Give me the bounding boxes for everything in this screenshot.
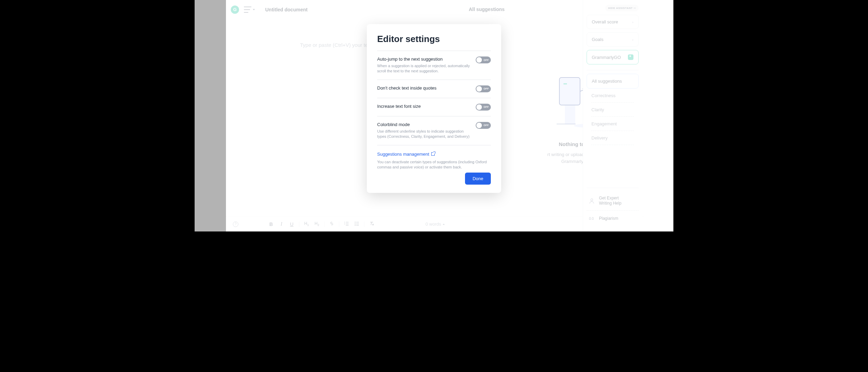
- sugg-mgmt-text: Suggestions management: [377, 152, 429, 157]
- app-frame: G Untitled document All suggestions Type…: [195, 0, 673, 231]
- colorblind-toggle[interactable]: OFF: [476, 122, 491, 129]
- setting-fontsize: Increase text font size OFF: [377, 98, 491, 116]
- colorblind-desc: Use different underline styles to indica…: [377, 129, 471, 140]
- setting-colorblind: Colorblind mode Use different underline …: [377, 116, 491, 145]
- quotes-toggle[interactable]: OFF: [476, 85, 491, 92]
- autojump-toggle[interactable]: OFF: [476, 56, 491, 63]
- autojump-label: Auto-jump to the next suggestion: [377, 56, 471, 62]
- setting-autojump: Auto-jump to the next suggestion When a …: [377, 51, 491, 80]
- done-button[interactable]: Done: [465, 173, 491, 185]
- toggle-state: OFF: [484, 106, 489, 108]
- modal-title: Editor settings: [377, 34, 491, 44]
- toggle-state: OFF: [484, 124, 489, 126]
- colorblind-label: Colorblind mode: [377, 122, 471, 127]
- fontsize-toggle[interactable]: OFF: [476, 104, 491, 111]
- editor-settings-modal: Editor settings Auto-jump to the next su…: [367, 24, 501, 193]
- setting-quotes: Don't check text inside quotes OFF: [377, 80, 491, 98]
- sugg-mgmt-desc: You can deactivate certain types of sugg…: [377, 159, 491, 170]
- modal-overlay: Editor settings Auto-jump to the next su…: [195, 0, 673, 231]
- external-link-icon: [431, 152, 435, 156]
- autojump-desc: When a suggestion is applied or rejected…: [377, 63, 471, 74]
- toggle-state: OFF: [484, 87, 489, 90]
- fontsize-label: Increase text font size: [377, 104, 421, 109]
- suggestions-management-section: Suggestions management You can deactivat…: [377, 145, 491, 170]
- suggestions-management-link[interactable]: Suggestions management: [377, 152, 435, 157]
- quotes-label: Don't check text inside quotes: [377, 85, 436, 91]
- toggle-state: OFF: [484, 59, 489, 61]
